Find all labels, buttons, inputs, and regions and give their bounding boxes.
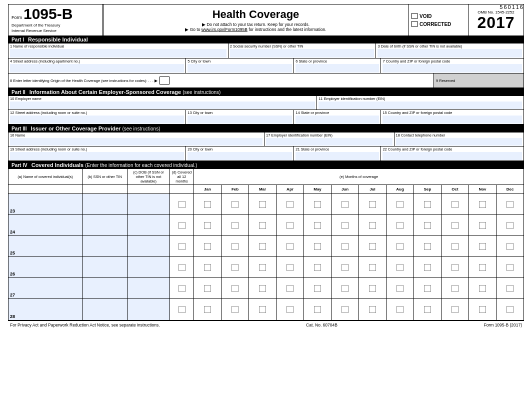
row24-dec[interactable]: [496, 215, 524, 236]
row24-all12[interactable]: [170, 215, 194, 236]
row27-jul[interactable]: [359, 278, 386, 298]
row26-jun[interactable]: [332, 257, 359, 278]
row24-ssn[interactable]: [82, 215, 128, 236]
field3-input[interactable]: [378, 49, 522, 58]
row23-dec[interactable]: [496, 194, 524, 214]
row26-sep[interactable]: [414, 257, 442, 278]
row28-dec[interactable]: [496, 299, 524, 320]
row25-feb[interactable]: [222, 236, 249, 256]
row27-dec[interactable]: [496, 278, 524, 298]
row26-jul[interactable]: [359, 257, 386, 278]
field17-input[interactable]: [266, 138, 392, 146]
row25-all12[interactable]: [170, 236, 194, 256]
row23-jun[interactable]: [332, 194, 359, 214]
row26-jan[interactable]: [194, 257, 222, 278]
field2-input[interactable]: [230, 49, 374, 58]
row23-apr[interactable]: [276, 194, 304, 214]
row27-oct[interactable]: [442, 278, 469, 298]
row23-nov[interactable]: [469, 194, 496, 214]
row28-jul[interactable]: [359, 299, 386, 320]
field13-input[interactable]: [188, 116, 292, 124]
row27-jun[interactable]: [332, 278, 359, 298]
corrected-checkbox[interactable]: [412, 21, 418, 27]
row24-sep[interactable]: [414, 215, 442, 236]
row25-apr[interactable]: [276, 236, 304, 256]
row24-jul[interactable]: [359, 215, 386, 236]
row23-mar[interactable]: [249, 194, 276, 214]
row27-dob[interactable]: [128, 278, 170, 298]
row28-all12[interactable]: [170, 299, 194, 320]
row23-feb[interactable]: [222, 194, 249, 214]
row28-mar[interactable]: [249, 299, 276, 320]
field22-input[interactable]: [382, 152, 522, 160]
field21-input[interactable]: [296, 152, 379, 160]
row25-dec[interactable]: [496, 236, 524, 256]
row23-ssn[interactable]: [82, 194, 128, 214]
row26-may[interactable]: [304, 257, 332, 278]
row26-nov[interactable]: [469, 257, 496, 278]
row24-apr[interactable]: [276, 215, 304, 236]
row28-nov[interactable]: [469, 299, 496, 320]
row28-jan[interactable]: [194, 299, 222, 320]
row23-may[interactable]: [304, 194, 332, 214]
row26-feb[interactable]: [222, 257, 249, 278]
row27-all12[interactable]: [170, 278, 194, 298]
row24-jun[interactable]: [332, 215, 359, 236]
row28-dob[interactable]: [128, 299, 170, 320]
field15-input[interactable]: [382, 116, 522, 124]
row27-sep[interactable]: [414, 278, 442, 298]
row23-sep[interactable]: [414, 194, 442, 214]
row27-may[interactable]: [304, 278, 332, 298]
row28-jun[interactable]: [332, 299, 359, 320]
row26-all12[interactable]: [170, 257, 194, 278]
row26-mar[interactable]: [249, 257, 276, 278]
row28-sep[interactable]: [414, 299, 442, 320]
row24-jan[interactable]: [194, 215, 222, 236]
row26-apr[interactable]: [276, 257, 304, 278]
field4-input[interactable]: [10, 64, 184, 72]
row25-dob[interactable]: [128, 236, 170, 256]
field10-input[interactable]: [10, 102, 315, 109]
row23-dob[interactable]: [128, 194, 170, 214]
row28-oct[interactable]: [442, 299, 469, 320]
field6-input[interactable]: [296, 64, 379, 72]
row25-jan[interactable]: [194, 236, 222, 256]
row27-jan[interactable]: [194, 278, 222, 298]
row27-ssn[interactable]: [82, 278, 128, 298]
field1-input[interactable]: [10, 49, 226, 58]
row24-nov[interactable]: [469, 215, 496, 236]
row26-aug[interactable]: [386, 257, 414, 278]
row26-dob[interactable]: [128, 257, 170, 278]
field8-checkbox[interactable]: [160, 76, 170, 84]
void-checkbox[interactable]: [412, 13, 418, 19]
field18-input[interactable]: [396, 138, 522, 146]
row26-dec[interactable]: [496, 257, 524, 278]
row26-ssn[interactable]: [82, 257, 128, 278]
row28-may[interactable]: [304, 299, 332, 320]
field11-input[interactable]: [318, 102, 522, 109]
field14-input[interactable]: [296, 116, 379, 124]
row25-jun[interactable]: [332, 236, 359, 256]
field19-input[interactable]: [10, 152, 184, 160]
row25-sep[interactable]: [414, 236, 442, 256]
row25-oct[interactable]: [442, 236, 469, 256]
row27-apr[interactable]: [276, 278, 304, 298]
row28-apr[interactable]: [276, 299, 304, 320]
row24-aug[interactable]: [386, 215, 414, 236]
field20-input[interactable]: [188, 152, 292, 160]
row27-feb[interactable]: [222, 278, 249, 298]
row28-ssn[interactable]: [82, 299, 128, 320]
row24-feb[interactable]: [222, 215, 249, 236]
row25-nov[interactable]: [469, 236, 496, 256]
row23-jan[interactable]: [194, 194, 222, 214]
row24-may[interactable]: [304, 215, 332, 236]
field7-input[interactable]: [382, 64, 522, 72]
row27-aug[interactable]: [386, 278, 414, 298]
row25-aug[interactable]: [386, 236, 414, 256]
row25-ssn[interactable]: [82, 236, 128, 256]
row23-jul[interactable]: [359, 194, 386, 214]
row24-oct[interactable]: [442, 215, 469, 236]
field16-input[interactable]: [10, 138, 262, 146]
row26-oct[interactable]: [442, 257, 469, 278]
row28-feb[interactable]: [222, 299, 249, 320]
